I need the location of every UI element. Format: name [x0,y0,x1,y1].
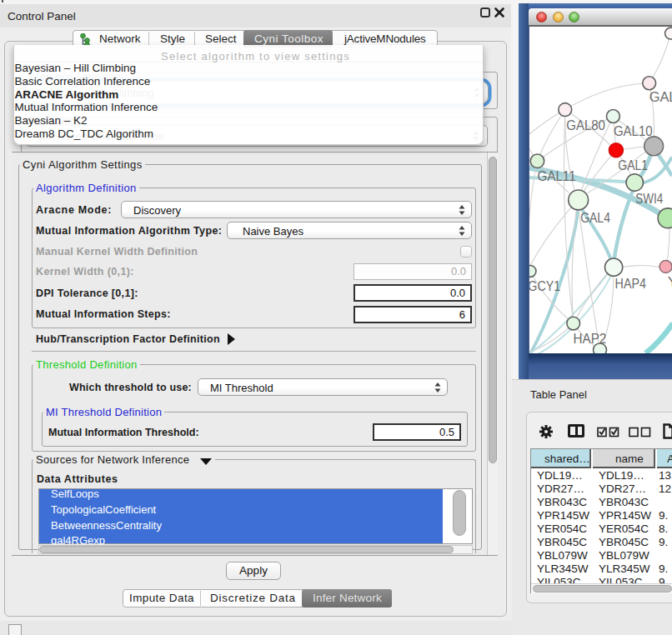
svg-text:GAL4: GAL4 [580,211,610,225]
svg-text:Y: Y [668,275,672,289]
svg-text:HAP2: HAP2 [573,332,606,346]
svg-text:GAL11: GAL11 [537,169,575,183]
svg-text:GAL80: GAL80 [566,118,605,132]
svg-text:GAL1: GAL1 [618,158,648,172]
svg-text:HAP4: HAP4 [615,277,646,291]
svg-text:SWI4: SWI4 [635,192,663,206]
svg-text:GAL10: GAL10 [614,124,653,138]
svg-text:GCY1: GCY1 [529,279,560,293]
svg-text:GAL: GAL [649,90,672,104]
